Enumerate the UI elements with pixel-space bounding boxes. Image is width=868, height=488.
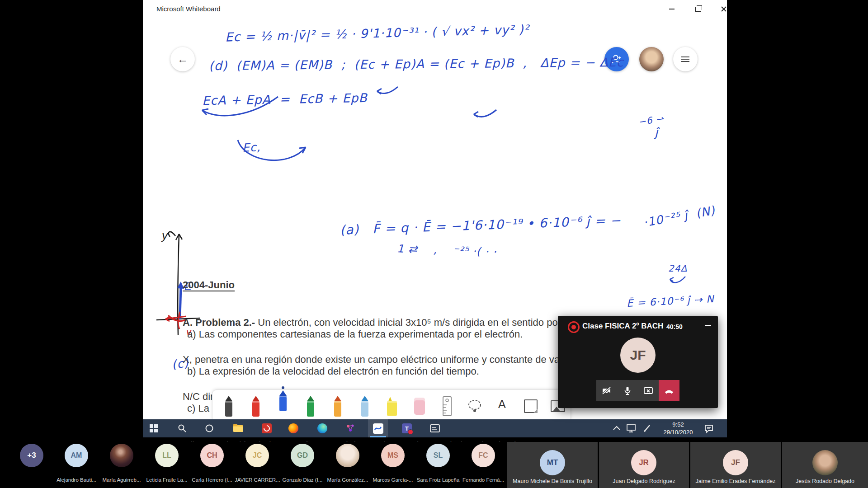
share-screen-off-button[interactable]: [638, 380, 659, 401]
action-center[interactable]: [703, 419, 714, 437]
restore-button[interactable]: [688, 0, 708, 18]
participant-tile[interactable]: LL Leticia Fraile La...: [144, 442, 189, 488]
call-title: Clase FISICA 2º BACH: [582, 322, 663, 331]
whiteboard-app-icon: [373, 423, 383, 434]
share-screen-x-icon: [643, 386, 653, 395]
cortana-icon: [204, 423, 214, 433]
participant-name: JAVIER CARRER...: [235, 477, 280, 483]
ink-scribble-right: 24Δ: [668, 263, 687, 274]
pen-icon: [642, 423, 652, 433]
participant-tile[interactable]: Jesús Rodado Delgado: [782, 442, 868, 488]
presenter-avatar[interactable]: [639, 47, 664, 71]
participant-avatar: JC: [245, 444, 269, 467]
ink-small-arrow-2: [471, 106, 500, 121]
ink-curl-mark: [668, 275, 688, 287]
participant-name: Jesús Rodado Delgado: [782, 478, 868, 484]
participant-tile[interactable]: GD Gonzalo Diaz (I...: [280, 442, 325, 488]
ink-swoosh-arrow-left: [197, 90, 287, 124]
taskbar-board-app[interactable]: [425, 419, 445, 437]
folder-icon: [233, 425, 243, 432]
participant-photo-avatar: [110, 444, 133, 467]
participant-tile[interactable]: AM Alejandro Bauti...: [54, 442, 99, 488]
participant-tile[interactable]: JR Juan Delgado Rodríguez: [599, 442, 689, 488]
firefox-icon: [288, 423, 298, 433]
question-a: a) Las componentes cartesianas de la fue…: [187, 328, 531, 340]
restore-icon: [695, 7, 701, 12]
window-titlebar: Microsoft Whiteboard: [143, 0, 727, 19]
close-icon: [721, 6, 727, 12]
ink-small-arrow-1: [374, 83, 401, 98]
taskbar-file-explorer[interactable]: [228, 419, 248, 437]
minimize-button[interactable]: [661, 0, 682, 18]
close-button[interactable]: [713, 0, 734, 18]
taskbar-whiteboard-active[interactable]: [368, 419, 388, 437]
participant-tile[interactable]: María González...: [325, 442, 370, 488]
tray-chevron[interactable]: [611, 419, 622, 437]
participant-avatar: JF: [723, 450, 748, 475]
call-overlay: Clase FISICA 2º BACH 40:50 JF: [558, 316, 718, 408]
participant-name: Jaime Emilio Erades Fernández: [690, 478, 781, 484]
acrobat-icon: [262, 423, 272, 433]
participant-tile[interactable]: JF Jaime Emilio Erades Fernández: [690, 442, 781, 488]
participant-avatar: MT: [540, 450, 565, 475]
hangup-button[interactable]: [659, 380, 679, 401]
call-timer: 40:50: [666, 323, 683, 330]
overflow-participants[interactable]: +3: [9, 442, 54, 488]
taskbar-search[interactable]: [172, 419, 192, 437]
participant-tile[interactable]: SL Sara Froiz Lapeña: [415, 442, 461, 488]
participant-tile[interactable]: CH Carla Herrero (I...: [189, 442, 235, 488]
active-app-underline: [370, 436, 386, 437]
lasso-select-tool[interactable]: [467, 399, 482, 414]
pen-orange[interactable]: [334, 396, 341, 417]
camera-off-button[interactable]: [596, 380, 617, 401]
pen-red[interactable]: [252, 396, 259, 417]
hangup-icon: [664, 386, 675, 395]
taskbar-cortana[interactable]: [199, 419, 219, 437]
start-button[interactable]: [144, 419, 164, 437]
mic-button[interactable]: [617, 380, 638, 401]
hamburger-icon: [681, 55, 689, 63]
question-b: b) La expresión de la velocidad del elec…: [187, 365, 531, 377]
sticky-note-tool[interactable]: [524, 399, 538, 413]
participant-name: María Aguirreb...: [99, 477, 144, 483]
teams-icon: T: [402, 423, 412, 433]
taskbar-teams[interactable]: T: [397, 419, 417, 437]
clock-date: 29/10/2020: [655, 428, 702, 436]
participant-tile[interactable]: MT Mauro Michele De Bonis Trujillo: [507, 442, 598, 488]
call-minimize-button[interactable]: [704, 321, 712, 328]
notification-icon: [703, 423, 714, 433]
taskbar: T 9:52 29/10/2020: [143, 419, 727, 437]
pen-blue-selected[interactable]: [279, 390, 287, 411]
menu-button[interactable]: [673, 47, 698, 71]
overflow-avatar: +3: [20, 444, 43, 467]
highlighter-tool[interactable]: [387, 397, 397, 417]
taskbar-clock[interactable]: 9:52 29/10/2020: [655, 421, 702, 436]
taskbar-firefox[interactable]: [283, 419, 303, 437]
ruler-tool[interactable]: [442, 396, 453, 417]
participant-avatar: LL: [155, 444, 179, 467]
windows-logo-icon: [150, 424, 158, 432]
participant-tile[interactable]: JC JAVIER CARRER...: [235, 442, 280, 488]
chevron-up-icon: [611, 424, 622, 433]
text-tool[interactable]: A: [498, 398, 506, 411]
participant-name: Leticia Fraile La...: [144, 477, 189, 483]
participant-name: Juan Delgado Rodríguez: [599, 478, 689, 484]
taskbar-app-molecule[interactable]: [340, 419, 360, 437]
participant-tile[interactable]: María Aguirreb...: [99, 442, 144, 488]
taskbar-acrobat[interactable]: [257, 419, 277, 437]
participant-tile[interactable]: FC Fernando Ferná...: [461, 442, 506, 488]
pen-black[interactable]: [225, 396, 232, 417]
participant-name: Carla Herrero (I...: [189, 477, 235, 483]
pen-lightblue[interactable]: [361, 396, 368, 417]
tray-display[interactable]: [626, 419, 637, 437]
eraser-tool[interactable]: [414, 398, 425, 415]
monitor-icon: [626, 423, 637, 433]
ink-cup-curve: [234, 135, 311, 171]
pen-green[interactable]: [307, 396, 314, 417]
camera-off-icon: [602, 386, 612, 395]
taskbar-edge[interactable]: [312, 419, 332, 437]
participant-avatar: GD: [291, 444, 314, 467]
participant-tile[interactable]: MS Marcos García-...: [370, 442, 415, 488]
tray-pen[interactable]: [642, 419, 652, 437]
back-button[interactable]: ←: [170, 47, 195, 71]
